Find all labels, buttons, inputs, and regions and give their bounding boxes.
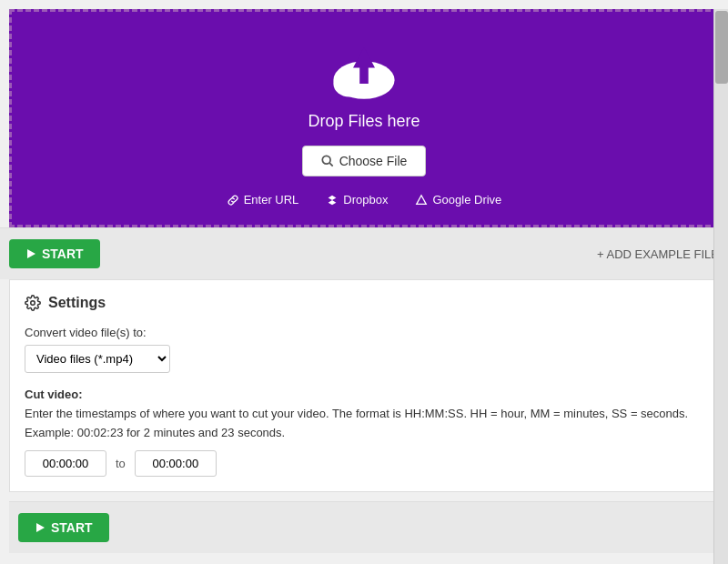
page-wrapper: Drop Files here Choose File Enter URL [0, 9, 728, 564]
link-icon [227, 194, 239, 206]
cut-start-input[interactable] [25, 450, 106, 477]
settings-panel: Settings Convert video file(s) to: Video… [9, 279, 719, 492]
enter-url-link[interactable]: Enter URL [227, 193, 299, 206]
start-button-bottom[interactable]: START [18, 513, 109, 542]
top-toolbar: START + ADD EXAMPLE FILE [0, 227, 728, 279]
svg-marker-7 [417, 195, 427, 204]
add-example-label: + ADD EXAMPLE FILE [597, 247, 719, 261]
cut-video-section: Cut video: Enter the timestamps of where… [25, 388, 703, 477]
upload-cloud-icon [328, 39, 400, 103]
svg-line-5 [329, 163, 333, 166]
svg-marker-8 [27, 249, 35, 258]
scrollbar[interactable] [713, 9, 728, 564]
google-drive-label: Google Drive [432, 193, 501, 206]
play-icon-bottom [35, 522, 46, 533]
svg-marker-9 [36, 523, 45, 532]
dropbox-label: Dropbox [343, 193, 388, 206]
settings-title: Settings [25, 295, 703, 311]
source-links: Enter URL Dropbox Google Drive [227, 193, 502, 206]
gear-icon [25, 295, 41, 311]
svg-point-4 [322, 156, 330, 164]
drop-files-text: Drop Files here [308, 112, 420, 131]
dropbox-icon [326, 194, 339, 206]
cut-video-description: Enter the timestamps of where you want t… [25, 407, 703, 420]
dropbox-link[interactable]: Dropbox [326, 193, 388, 206]
format-select[interactable]: Video files (*.mp4) Video files (*.avi) … [25, 345, 170, 373]
cut-video-example: Example: 00:02:23 for 2 minutes and 23 s… [25, 426, 703, 439]
play-icon-top [25, 248, 36, 259]
settings-heading: Settings [48, 295, 106, 311]
scrollbar-thumb[interactable] [715, 11, 728, 84]
time-inputs: to [25, 450, 703, 477]
enter-url-label: Enter URL [244, 193, 299, 206]
choose-file-button[interactable]: Choose File [302, 146, 427, 176]
start-label-bottom: START [51, 520, 93, 535]
google-drive-icon [415, 194, 428, 206]
start-button-top[interactable]: START [9, 239, 100, 268]
convert-label: Convert video file(s) to: [25, 326, 703, 339]
convert-format-row: Convert video file(s) to: Video files (*… [25, 326, 703, 373]
svg-marker-6 [329, 195, 337, 205]
add-example-link[interactable]: + ADD EXAMPLE FILE [597, 247, 719, 261]
choose-file-label: Choose File [339, 154, 408, 168]
start-label-top: START [42, 247, 84, 261]
cut-end-input[interactable] [135, 450, 217, 477]
drop-zone[interactable]: Drop Files here Choose File Enter URL [9, 9, 719, 227]
search-icon [321, 155, 334, 167]
time-separator: to [116, 457, 126, 470]
bottom-toolbar: START [9, 501, 719, 553]
cut-video-title: Cut video: [25, 388, 703, 401]
google-drive-link[interactable]: Google Drive [415, 193, 501, 206]
